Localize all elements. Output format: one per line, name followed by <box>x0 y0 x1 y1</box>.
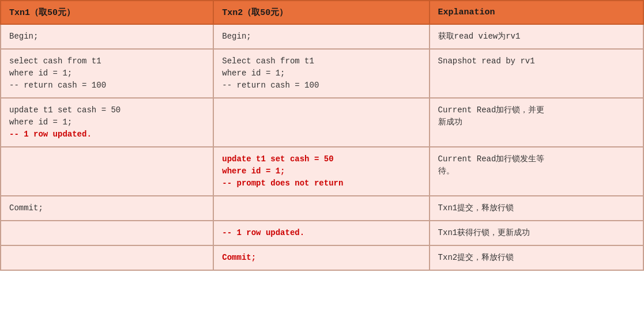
header-txn1: Txn1（取50元） <box>1 1 213 24</box>
cell-txn2-row5: -- 1 row updated. <box>213 221 429 245</box>
cell-explanation-row0: 获取read view为rv1 <box>430 24 643 49</box>
cell-explanation-row1: Snapshot read by rv1 <box>430 49 643 98</box>
cell-txn1-row4: Commit; <box>1 196 213 221</box>
cell-explanation-row4: Txn1提交，释放行锁 <box>430 196 643 221</box>
header-txn2: Txn2（取50元） <box>213 1 429 24</box>
table-row: update t1 set cash = 50 where id = 1; --… <box>1 147 643 196</box>
header-row: Txn1（取50元） Txn2（取50元） Explanation <box>1 1 643 24</box>
table-row: update t1 set cash = 50 where id = 1; --… <box>1 98 643 147</box>
cell-explanation-row6: Txn2提交，释放行锁 <box>430 245 643 270</box>
table-row: select cash from t1 where id = 1; -- ret… <box>1 49 643 98</box>
cell-txn2-row1: Select cash from t1 where id = 1; -- ret… <box>213 49 429 98</box>
cell-txn1-row3 <box>1 147 213 196</box>
cell-explanation-row5: Txn1获得行锁，更新成功 <box>430 221 643 245</box>
cell-txn2-row4 <box>213 196 429 221</box>
cell-txn2-row2 <box>213 98 429 147</box>
table-row: Commit;Txn1提交，释放行锁 <box>1 196 643 221</box>
cell-explanation-row3: Current Read加行锁发生等 待。 <box>430 147 643 196</box>
cell-txn1-row5 <box>1 221 213 245</box>
cell-explanation-row2: Current Read加行锁，并更 新成功 <box>430 98 643 147</box>
cell-txn2-row3: update t1 set cash = 50 where id = 1; --… <box>213 147 429 196</box>
table-row: -- 1 row updated.Txn1获得行锁，更新成功 <box>1 221 643 245</box>
header-explanation: Explanation <box>430 1 643 24</box>
cell-txn1-row1: select cash from t1 where id = 1; -- ret… <box>1 49 213 98</box>
cell-txn1-row6 <box>1 245 213 270</box>
cell-txn2-row0: Begin; <box>213 24 429 49</box>
cell-txn2-row6: Commit; <box>213 245 429 270</box>
cell-txn1-row0: Begin; <box>1 24 213 49</box>
cell-txn1-row2: update t1 set cash = 50 where id = 1; --… <box>1 98 213 147</box>
table-row: Commit;Txn2提交，释放行锁 <box>1 245 643 270</box>
transaction-table: Txn1（取50元） Txn2（取50元） Explanation Begin;… <box>0 0 644 271</box>
table-row: Begin;Begin;获取read view为rv1 <box>1 24 643 49</box>
